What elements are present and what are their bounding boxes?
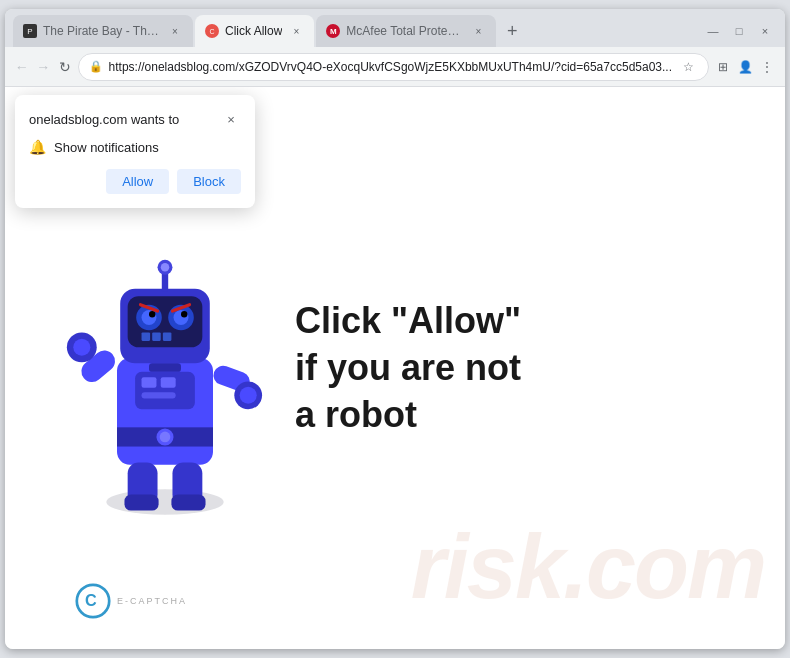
click-allow-tab-close[interactable]: × <box>288 23 304 39</box>
window-controls: — □ × <box>701 19 777 47</box>
svg-point-25 <box>161 263 170 272</box>
click-text-line3: a robot <box>295 391 521 438</box>
svg-rect-7 <box>161 377 176 388</box>
click-allow-text: Click "Allow" if you are not a robot <box>295 298 521 438</box>
pirate-bay-favicon: P <box>23 24 37 38</box>
tab-bar: P The Pirate Bay - The galaxy's m × C Cl… <box>5 9 785 47</box>
pirate-bay-tab-close[interactable]: × <box>167 23 183 39</box>
show-notifications-text: Show notifications <box>54 140 159 155</box>
tab-pirate-bay[interactable]: P The Pirate Bay - The galaxy's m × <box>13 15 193 47</box>
svg-rect-21 <box>163 332 172 341</box>
mcafee-favicon: M <box>326 24 340 38</box>
svg-point-16 <box>181 311 187 317</box>
pirate-bay-tab-title: The Pirate Bay - The galaxy's m <box>43 24 161 38</box>
notification-row: 🔔 Show notifications <box>29 139 241 155</box>
page-content: risk.com <box>5 87 785 649</box>
popup-close-button[interactable]: × <box>221 109 241 129</box>
svg-point-4 <box>160 432 171 443</box>
lock-icon: 🔒 <box>89 60 103 73</box>
block-button[interactable]: Block <box>177 169 241 194</box>
popup-header: oneladsblog.com wants to × <box>29 109 241 129</box>
svg-point-31 <box>240 387 257 404</box>
url-text: https://oneladsblog.com/xGZODVrvQ4O-eXoc… <box>109 60 672 74</box>
robot-illustration <box>55 198 295 538</box>
svg-rect-35 <box>171 495 205 511</box>
address-bar-icons: ☆ <box>678 57 698 77</box>
svg-rect-8 <box>142 392 176 398</box>
browser-window: P The Pirate Bay - The galaxy's m × C Cl… <box>5 9 785 649</box>
forward-button[interactable]: → <box>35 53 53 81</box>
click-allow-favicon: C <box>205 24 219 38</box>
watermark-text: risk.com <box>411 516 765 619</box>
ecaptcha-icon: C <box>75 583 111 619</box>
back-button[interactable]: ← <box>13 53 31 81</box>
new-tab-button[interactable]: + <box>498 17 526 45</box>
ecaptcha-label: E-CAPTCHA <box>117 596 187 606</box>
reload-button[interactable]: ↻ <box>56 53 74 81</box>
menu-icon[interactable]: ⋮ <box>757 57 777 77</box>
bell-icon: 🔔 <box>29 139 46 155</box>
svg-rect-22 <box>149 363 181 372</box>
bookmark-icon[interactable]: ☆ <box>678 57 698 77</box>
mcafee-tab-title: McAfee Total Protection <box>346 24 464 38</box>
svg-text:C: C <box>85 591 97 609</box>
profile-icon[interactable]: 👤 <box>735 57 755 77</box>
close-button[interactable]: × <box>753 19 777 43</box>
notification-popup: oneladsblog.com wants to × 🔔 Show notifi… <box>15 95 255 208</box>
allow-button[interactable]: Allow <box>106 169 169 194</box>
svg-rect-33 <box>124 495 158 511</box>
mcafee-tab-close[interactable]: × <box>470 23 486 39</box>
click-text-line2: if you are not <box>295 345 521 392</box>
address-bar[interactable]: 🔒 https://oneladsblog.com/xGZODVrvQ4O-eX… <box>78 53 709 81</box>
click-text-line1: Click "Allow" <box>295 298 521 345</box>
svg-rect-20 <box>152 332 161 341</box>
svg-rect-19 <box>142 332 151 341</box>
svg-point-28 <box>73 339 90 356</box>
maximize-button[interactable]: □ <box>727 19 751 43</box>
address-bar-row: ← → ↻ 🔒 https://oneladsblog.com/xGZODVrv… <box>5 47 785 87</box>
ecaptcha-logo-area: C E-CAPTCHA <box>75 583 187 619</box>
svg-rect-6 <box>142 377 157 388</box>
toolbar-icons: ⊞ 👤 ⋮ <box>713 57 777 77</box>
click-allow-tab-title: Click Allow <box>225 24 282 38</box>
extensions-icon[interactable]: ⊞ <box>713 57 733 77</box>
popup-buttons: Allow Block <box>29 169 241 194</box>
popup-title: oneladsblog.com wants to <box>29 112 179 127</box>
minimize-button[interactable]: — <box>701 19 725 43</box>
svg-point-15 <box>149 311 155 317</box>
svg-point-0 <box>106 489 223 515</box>
tab-click-allow[interactable]: C Click Allow × <box>195 15 314 47</box>
tab-mcafee[interactable]: M McAfee Total Protection × <box>316 15 496 47</box>
